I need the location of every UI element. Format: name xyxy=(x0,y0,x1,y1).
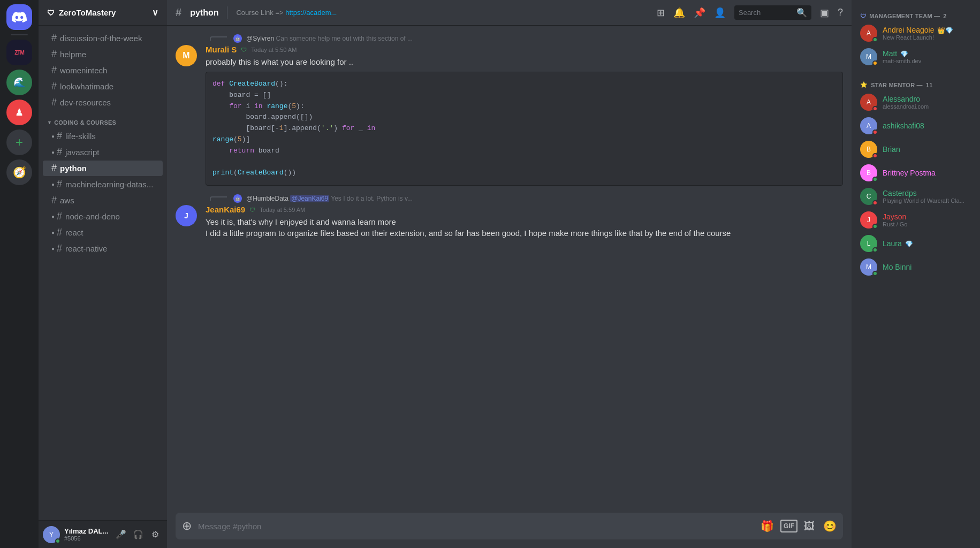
inbox-icon[interactable]: ▣ xyxy=(820,7,829,19)
search-bar: 🔍 xyxy=(734,5,811,20)
topic-link-text: https://academ... xyxy=(285,9,337,17)
server-dropdown-icon[interactable]: ∨ xyxy=(152,7,158,18)
member-jayson[interactable]: J Jayson Rust / Go xyxy=(856,208,976,232)
channel-category-coding[interactable]: ▼ CODING & COURSES xyxy=(39,111,167,128)
channel-item-dev-resources[interactable]: # dev-resources xyxy=(43,95,163,110)
server-header[interactable]: 🛡 ZeroToMastery ∨ xyxy=(39,0,167,26)
management-team-title: MANAGEMENT TEAM — xyxy=(869,13,940,19)
server-icon-add[interactable]: + xyxy=(6,130,32,155)
member-info-laura: Laura 💎 xyxy=(883,239,971,248)
mute-notifications-icon[interactable]: 🔔 xyxy=(673,7,685,19)
member-info-a: Alessandro alessandroai.com xyxy=(883,95,971,110)
sticker-button[interactable]: 🖼 xyxy=(802,514,817,539)
settings-button[interactable]: ⚙ xyxy=(148,527,163,542)
channel-hash-icon: # xyxy=(57,227,62,238)
member-subtext-a: alessandroai.com xyxy=(883,103,971,110)
member-avatar-brittney: B xyxy=(860,164,877,181)
channel-name: aws xyxy=(60,196,74,205)
emoji-button[interactable]: 😊 xyxy=(821,513,839,539)
channel-name: javascript xyxy=(65,148,99,157)
member-status-mo xyxy=(872,271,878,276)
messages-area: 🤖 @Sylvren Can someone help me out with … xyxy=(167,26,852,513)
member-avatar-andrei: A xyxy=(860,25,877,42)
member-brian[interactable]: B Brian xyxy=(856,138,976,161)
member-avatar-matt: M xyxy=(860,48,877,65)
member-subtext-casterdps: Playing World of Warcraft Cla... xyxy=(883,197,971,204)
channel-item-aws[interactable]: # aws xyxy=(43,193,163,208)
members-list-icon[interactable]: 👤 xyxy=(714,7,726,19)
message-username: Murali S xyxy=(206,45,237,54)
management-team-icon: 🛡 xyxy=(860,13,866,19)
channel-item-ml[interactable]: ● # machinelearning-datas... xyxy=(43,177,163,192)
server-icon-explore[interactable]: 🧭 xyxy=(6,159,32,185)
member-info-ashik: ashikshafi08 xyxy=(883,121,971,130)
pinned-messages-icon[interactable]: 📌 xyxy=(694,7,705,19)
channel-item-helpme[interactable]: # helpme xyxy=(43,47,163,62)
add-attachment-button[interactable]: ⊕ xyxy=(180,513,194,539)
channel-name: life-skills xyxy=(65,132,96,141)
channel-header-name: python xyxy=(190,8,218,18)
reply-indicator-2: 🤖 @HumbleData @JeanKai69 Yes I do it a l… xyxy=(176,194,843,203)
channel-hash-icon: # xyxy=(51,33,57,44)
topic-link[interactable]: https://academ... xyxy=(285,9,337,17)
member-info-matt: Matt 💎 matt-smith.dev xyxy=(883,49,971,64)
member-subtext-matt: matt-smith.dev xyxy=(883,58,971,64)
member-info-mo: Mo Binni xyxy=(883,263,971,271)
help-icon[interactable]: ? xyxy=(838,7,843,18)
message-content: Murali S 🛡 Today at 5:50 AM probably thi… xyxy=(206,45,843,186)
channel-item-react[interactable]: ● # react xyxy=(43,225,163,240)
server-icon-diamond[interactable]: ♟ xyxy=(6,100,32,125)
code-block: def CreateBoard(): board = [] for i in r… xyxy=(206,72,843,186)
mute-button[interactable]: 🎤 xyxy=(113,527,128,542)
channel-name: python xyxy=(60,164,87,173)
member-matt[interactable]: M Matt 💎 matt-smith.dev xyxy=(856,45,976,68)
member-avatar-jayson: J xyxy=(860,211,877,229)
deafen-button[interactable]: 🎧 xyxy=(131,527,146,542)
channel-item-womenintech[interactable]: # womenintech xyxy=(43,63,163,78)
member-andrei[interactable]: A Andrei Neagoie 👑💎 New React Launch! xyxy=(856,21,976,45)
member-status-matt xyxy=(872,60,878,66)
member-name-ashik: ashikshafi08 xyxy=(883,121,971,130)
member-casterdps[interactable]: C Casterdps Playing World of Warcraft Cl… xyxy=(856,185,976,208)
channel-item-node[interactable]: ● # node-and-deno xyxy=(43,209,163,224)
member-laura[interactable]: L Laura 💎 xyxy=(856,232,976,255)
channel-item-lookwhatimade[interactable]: # lookwhatimade xyxy=(43,79,163,94)
channel-hash-icon: # xyxy=(176,6,181,19)
member-mo-binni[interactable]: M Mo Binni xyxy=(856,255,976,279)
add-channel-icon[interactable]: ⊞ xyxy=(657,7,665,19)
channel-item-react-native[interactable]: ● # react-native xyxy=(43,241,163,256)
message-group: 🤖 @Sylvren Can someone help me out with … xyxy=(176,34,843,186)
member-alessandro[interactable]: A Alessandro alessandroai.com xyxy=(856,90,976,114)
gif-button[interactable]: GIF xyxy=(780,520,797,532)
member-status-brian xyxy=(872,153,878,158)
message-text: probably this is what you are looking fo… xyxy=(206,56,843,67)
topic-prefix: Course Link => xyxy=(236,9,283,17)
message-timestamp: Today at 5:50 AM xyxy=(251,47,297,53)
member-name-jayson: Jayson xyxy=(883,212,971,221)
main-content: # python Course Link => https://academ..… xyxy=(167,0,852,548)
member-info-casterdps: Casterdps Playing World of Warcraft Cla.… xyxy=(883,189,971,204)
channel-item-python[interactable]: # python xyxy=(43,161,163,176)
star-mentor-section: ⭐ STAR MENTOR — 11 xyxy=(856,77,976,90)
channel-hash-icon: # xyxy=(57,243,62,254)
current-user-tag: #5056 xyxy=(64,535,109,542)
channel-topic: Course Link => https://academ... xyxy=(236,9,648,17)
search-input[interactable] xyxy=(739,9,792,17)
member-ashik[interactable]: A ashikshafi08 xyxy=(856,114,976,138)
server-sidebar: ZTM 🌊 ♟ + 🧭 xyxy=(0,0,39,548)
channel-hash-icon: # xyxy=(51,195,57,206)
server-icon-discord[interactable] xyxy=(6,4,32,30)
channel-item-discussion[interactable]: # discussion-of-the-week xyxy=(43,31,163,46)
member-brittney[interactable]: B Brittney Postma xyxy=(856,161,976,185)
channel-hash-icon: # xyxy=(51,97,57,108)
server-icon-ztm[interactable]: ZTM xyxy=(6,40,32,65)
header-divider xyxy=(227,6,227,19)
message-input[interactable] xyxy=(198,515,754,537)
gift-button[interactable]: 🎁 xyxy=(758,513,776,539)
channel-item-javascript[interactable]: ● # javascript xyxy=(43,144,163,160)
channel-name: dev-resources xyxy=(60,98,111,107)
channel-list: # discussion-of-the-week # helpme # wome… xyxy=(39,26,167,520)
server-icon-wave[interactable]: 🌊 xyxy=(6,70,32,95)
member-status-brittney xyxy=(872,177,878,182)
channel-item-life-skills[interactable]: ● # life-skills xyxy=(43,128,163,144)
